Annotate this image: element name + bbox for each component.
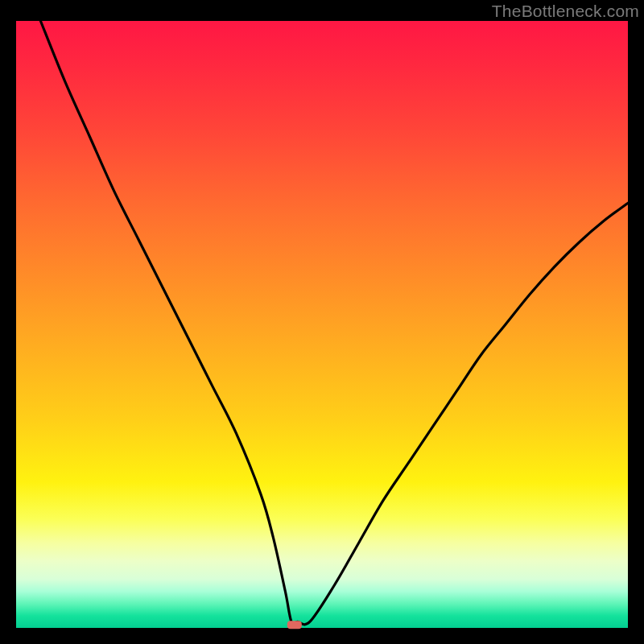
bottleneck-curve <box>16 21 628 628</box>
curve-path <box>40 21 628 625</box>
plot-area <box>16 21 628 628</box>
chart-frame: TheBottleneck.com <box>0 0 644 644</box>
minimum-marker <box>287 621 302 629</box>
watermark-text: TheBottleneck.com <box>492 2 639 21</box>
